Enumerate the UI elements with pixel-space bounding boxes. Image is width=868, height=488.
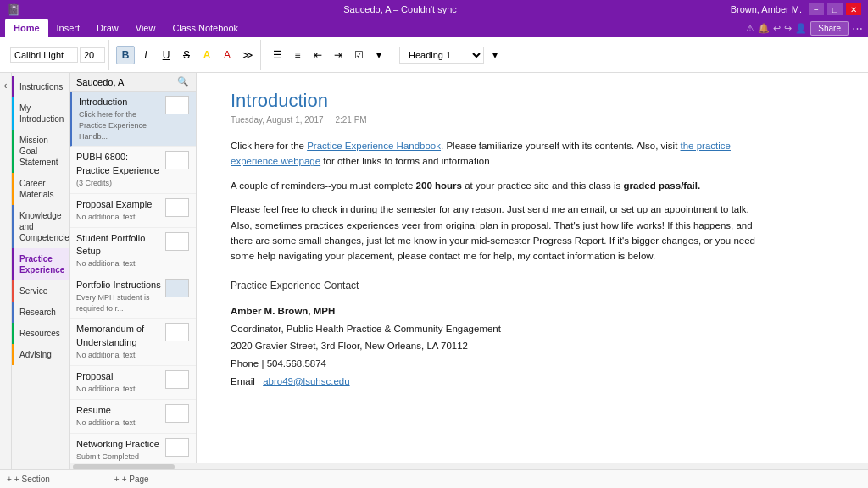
app-icon: 📓: [7, 3, 20, 16]
highlight-button[interactable]: A: [198, 46, 216, 64]
pages-panel: Saucedo, A 🔍 Introduction Click here for…: [70, 73, 197, 488]
graded-bold: graded pass/fail.: [623, 180, 700, 191]
document-content: Click here for the Practice Experience H…: [231, 138, 756, 390]
ribbon-toolbar: B I U S A A ≫ ☰ ≡ ⇤ ⇥ ☑ ▾ Heading 1 Head…: [0, 37, 868, 73]
page-thumbnail-4: [165, 279, 189, 297]
alert-icon: ⚠: [746, 23, 754, 34]
contact-address: 2020 Gravier Street, 3rd Floor, New Orle…: [231, 341, 468, 351]
font-size-input[interactable]: [80, 47, 105, 63]
section-my-introduction[interactable]: My Introduction: [12, 97, 69, 130]
section-research[interactable]: Research: [12, 302, 69, 323]
page-thumbnail-6: [165, 370, 189, 389]
close-button[interactable]: ✕: [846, 3, 861, 15]
contact-title-text: Coordinator, Public Health Practice & Co…: [231, 324, 501, 334]
page-item-proposal-example[interactable]: Proposal Example No additional text: [70, 194, 196, 228]
plus-page-icon: +: [114, 474, 120, 484]
contact-info: Amber M. Brown, MPH Coordinator, Public …: [231, 302, 756, 390]
page-item-memorandum[interactable]: Memorandum of Understanding No additiona…: [70, 319, 196, 365]
share-button[interactable]: Share: [810, 21, 849, 36]
bullet-list-button[interactable]: ☰: [268, 46, 287, 64]
strikethrough-button[interactable]: S: [177, 46, 196, 64]
bell-icon: 🔔: [758, 23, 770, 34]
section-mission-goal-statement[interactable]: Mission - Goal Statement: [12, 130, 69, 173]
more-format-button[interactable]: ≫: [238, 46, 257, 64]
title-bar-left: 📓: [7, 3, 108, 16]
section-practice-experience[interactable]: Practice Experience: [12, 248, 69, 280]
page-item-resume[interactable]: Resume No additional text: [70, 400, 196, 434]
tab-view[interactable]: View: [127, 19, 164, 37]
indent-decrease-button[interactable]: ⇤: [309, 46, 327, 64]
page-item-proposal[interactable]: Proposal No additional text: [70, 366, 196, 400]
indent-increase-button[interactable]: ⇥: [329, 46, 348, 64]
contact-email-label: Email |: [231, 376, 263, 386]
add-page-button[interactable]: + + Page: [114, 474, 149, 484]
page-thumbnail-2: [165, 198, 189, 217]
more-para-button[interactable]: ▾: [370, 46, 388, 64]
style-select[interactable]: Heading 1 Heading 2 Normal: [399, 47, 484, 64]
contact-heading: Practice Experience Contact: [231, 278, 756, 294]
para-2: A couple of reminders--you must complete…: [231, 178, 756, 193]
plus-section-icon: +: [7, 474, 12, 484]
page-thumbnail-1: [165, 151, 189, 169]
section-career-materials[interactable]: Career Materials: [12, 173, 69, 205]
title-bar-title: Saucedo, A – Couldn't sync: [108, 4, 692, 14]
handbook-link[interactable]: Practice Experience Handbook: [307, 141, 441, 151]
page-thumbnail-0: [165, 96, 189, 114]
para-group: ☰ ≡ ⇤ ⇥ ☑ ▾: [264, 40, 392, 70]
tab-insert[interactable]: Insert: [48, 19, 89, 37]
page-title: Introduction: [231, 90, 834, 112]
sections-panel: Instructions My Introduction Mission - G…: [12, 73, 70, 488]
underline-button[interactable]: U: [157, 46, 175, 64]
notebook-name: Saucedo, A: [76, 77, 174, 87]
font-color-button[interactable]: A: [218, 46, 236, 64]
checklist-button[interactable]: ☑: [349, 46, 368, 64]
font-group: [7, 40, 109, 70]
page-thumbnail-8: [165, 438, 189, 457]
tab-class-notebook[interactable]: Class Notebook: [164, 19, 247, 37]
para-3: Please feel free to check in during the …: [231, 202, 756, 264]
title-bar: 📓 Saucedo, A – Couldn't sync Brown, Ambe…: [0, 0, 868, 19]
tab-home[interactable]: Home: [5, 19, 48, 37]
section-instructions[interactable]: Instructions: [12, 76, 69, 97]
left-nav: ‹: [0, 73, 12, 488]
tab-draw[interactable]: Draw: [88, 19, 127, 37]
hours-bold: 200 hours: [416, 180, 462, 191]
page-item-student-portfolio-setup[interactable]: Student Portfolio Setup No additional te…: [70, 228, 196, 274]
user-name: Brown, Amber M.: [731, 4, 802, 14]
section-resources[interactable]: Resources: [12, 323, 69, 344]
redo-icon: ↪: [784, 23, 792, 34]
expand-icon[interactable]: ⋯: [852, 22, 863, 35]
bottom-bar: + + Section + + Page: [0, 469, 868, 488]
para-1: Click here for the Practice Experience H…: [231, 138, 756, 169]
main-layout: ‹ Instructions My Introduction Mission -…: [0, 73, 868, 488]
bold-button[interactable]: B: [116, 46, 135, 64]
page-item-introduction[interactable]: Introduction Click here for the Practice…: [70, 92, 196, 147]
section-service[interactable]: Service: [12, 280, 69, 302]
italic-button[interactable]: I: [136, 46, 155, 64]
ribbon-tabs: Home Insert Draw View Class Notebook ⚠ 🔔…: [0, 19, 868, 37]
horizontal-scrollbar[interactable]: [70, 463, 868, 469]
format-group: B I U S A A ≫: [113, 40, 261, 70]
pages-header: Saucedo, A 🔍: [70, 73, 196, 92]
search-icon[interactable]: 🔍: [177, 76, 189, 87]
page-item-pubh6800[interactable]: PUBH 6800: Practice Experience (3 Credit…: [70, 147, 196, 193]
restore-button[interactable]: □: [827, 3, 843, 15]
page-item-portfolio-instructions[interactable]: Portfolio Instructions Every MPH student…: [70, 274, 196, 319]
add-section-button[interactable]: + + Section: [7, 474, 50, 484]
back-button[interactable]: ‹: [0, 76, 11, 95]
contact-section: Practice Experience Contact Amber M. Bro…: [231, 278, 756, 391]
section-knowledge-competencies[interactable]: Knowledge and Competencies: [12, 205, 69, 248]
numbered-list-button[interactable]: ≡: [288, 46, 307, 64]
page-thumbnail-5: [165, 323, 189, 341]
section-advising[interactable]: Advising: [12, 344, 69, 365]
person-icon: 👤: [795, 23, 807, 34]
style-dropdown-btn[interactable]: ▾: [486, 46, 504, 64]
content-area: Introduction Tuesday, August 1, 2017 2:2…: [197, 73, 868, 488]
undo-icon: ↩: [773, 23, 781, 34]
minimize-button[interactable]: −: [809, 3, 824, 15]
contact-email-link[interactable]: abro49@lsuhsc.edu: [263, 376, 349, 386]
style-group: Heading 1 Heading 2 Normal ▾: [396, 40, 508, 70]
font-name-input[interactable]: [10, 47, 78, 63]
contact-phone: Phone | 504.568.5874: [231, 358, 326, 369]
page-thumbnail-3: [165, 232, 189, 251]
